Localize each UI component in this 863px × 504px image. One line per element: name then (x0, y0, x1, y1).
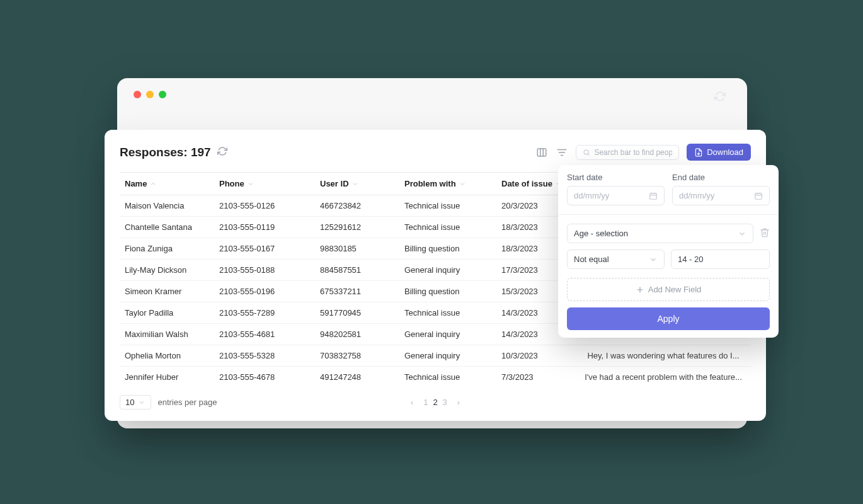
page-title: Responses: 197 (120, 146, 211, 159)
start-date-label: Start date (567, 173, 665, 182)
cell-phone: 2103-555-0196 (214, 281, 315, 302)
cell-date: 7/3/2023 (496, 367, 576, 388)
cell-name: Simeon Kramer (120, 281, 214, 302)
table-row[interactable]: Jennifer Huber2103-555-4678491247248Tech… (120, 367, 751, 388)
cell-name: Taylor Padilla (120, 302, 214, 324)
cell-problem: Technical issue (399, 367, 496, 388)
pager-next[interactable]: › (457, 398, 460, 407)
chevron-down-icon (351, 180, 359, 188)
cell-name: Chantelle Santana (120, 217, 214, 238)
table-row[interactable]: Ophelia Morton2103-555-5328703832758Gene… (120, 345, 751, 367)
chevron-down-icon (247, 180, 254, 188)
end-date-label: End date (672, 173, 770, 182)
download-button[interactable]: Download (687, 144, 751, 161)
cell-message: Hey, I was wondering what features do I.… (576, 345, 751, 367)
cell-userid: 948202581 (315, 324, 399, 345)
cell-name: Jennifer Huber (120, 367, 214, 388)
chevron-down-icon (459, 180, 466, 188)
search-box[interactable] (576, 145, 679, 160)
cell-name: Ophelia Morton (120, 345, 214, 367)
columns-icon[interactable] (535, 146, 548, 159)
col-userid[interactable]: User ID (315, 173, 399, 195)
svg-rect-13 (755, 193, 762, 198)
filter-icon[interactable] (556, 146, 568, 159)
cell-userid: 466723842 (315, 195, 399, 217)
svg-rect-0 (537, 149, 546, 156)
window-close-dot[interactable] (134, 91, 141, 98)
window-max-dot[interactable] (159, 91, 166, 98)
cell-problem: Billing question (399, 281, 496, 302)
cell-phone: 2103-555-7289 (214, 302, 315, 324)
filter-operator-select[interactable]: Not equal (567, 249, 665, 269)
add-field-button[interactable]: Add New Field (567, 278, 770, 301)
delete-filter-icon[interactable] (760, 227, 770, 240)
cell-name: Fiona Zuniga (120, 238, 214, 260)
cell-phone: 2103-555-0119 (214, 217, 315, 238)
cell-problem: Technical issue (399, 302, 496, 324)
cell-userid: 591770945 (315, 302, 399, 324)
chevron-down-icon (738, 229, 746, 238)
cell-problem: Technical issue (399, 195, 496, 217)
cell-problem: Billing question (399, 238, 496, 260)
cell-name: Lily-May Dickson (120, 260, 214, 281)
cell-phone: 2103-555-4678 (214, 367, 315, 388)
cell-userid: 703832758 (315, 345, 399, 367)
cell-problem: General inquiry (399, 345, 496, 367)
cell-phone: 2103-555-0126 (214, 195, 315, 217)
download-label: Download (707, 147, 743, 157)
panel-footer: 10 entries per page ‹ 123 › (120, 395, 751, 410)
chevron-down-icon (649, 255, 658, 264)
entries-select[interactable]: 10 (120, 395, 151, 410)
svg-point-6 (584, 149, 588, 154)
pager-page-3[interactable]: 3 (443, 398, 447, 407)
col-name[interactable]: Name (120, 173, 214, 195)
cell-phone: 2103-555-0167 (214, 238, 315, 260)
sort-asc-icon (149, 180, 157, 188)
calendar-icon (754, 192, 763, 200)
filter-field-select[interactable]: Age - selection (567, 224, 753, 243)
traffic-lights (117, 78, 747, 98)
filter-popover: Start date dd/mm/yy End date dd/mm/yy Ag… (558, 165, 779, 338)
toolbar: Download (535, 144, 751, 161)
cell-phone: 2103-555-0188 (214, 260, 315, 281)
start-date-input[interactable]: dd/mm/yy (567, 186, 665, 205)
cell-userid: 125291612 (315, 217, 399, 238)
cell-problem: General inquiry (399, 260, 496, 281)
panel-header: Responses: 197 Download (120, 144, 751, 161)
search-input[interactable] (594, 148, 672, 157)
refresh-icon[interactable] (217, 146, 227, 159)
pager: ‹ 123 › (411, 398, 460, 407)
cell-problem: Technical issue (399, 217, 496, 238)
entries-label: entries per page (157, 398, 217, 407)
cell-userid: 675337211 (315, 281, 399, 302)
pager-page-2[interactable]: 2 (433, 398, 437, 407)
chevron-down-icon (138, 399, 146, 406)
col-problem[interactable]: Problem with (399, 173, 496, 195)
cell-date: 10/3/2023 (496, 345, 576, 367)
svg-rect-9 (650, 193, 657, 198)
svg-line-7 (588, 154, 590, 155)
window-min-dot[interactable] (146, 91, 154, 98)
cell-problem: General inquiry (399, 324, 496, 345)
apply-button[interactable]: Apply (567, 307, 770, 330)
cell-userid: 491247248 (315, 367, 399, 388)
pager-prev[interactable]: ‹ (411, 398, 413, 407)
cell-phone: 2103-555-5328 (214, 345, 315, 367)
cell-message: I've had a recent problem with the featu… (576, 367, 751, 388)
calendar-icon (649, 192, 658, 200)
col-phone[interactable]: Phone (214, 173, 315, 195)
pager-page-1[interactable]: 1 (423, 398, 428, 407)
cell-phone: 2103-555-4681 (214, 324, 315, 345)
end-date-input[interactable]: dd/mm/yy (672, 186, 770, 205)
plus-icon (636, 285, 644, 294)
cell-userid: 98830185 (315, 238, 399, 260)
filter-value-input[interactable]: 14 - 20 (671, 249, 770, 269)
cell-userid: 884587551 (315, 260, 399, 281)
cell-name: Maximilian Walsh (120, 324, 214, 345)
cell-name: Maison Valencia (120, 195, 214, 217)
browser-refresh-icon[interactable] (714, 91, 726, 105)
